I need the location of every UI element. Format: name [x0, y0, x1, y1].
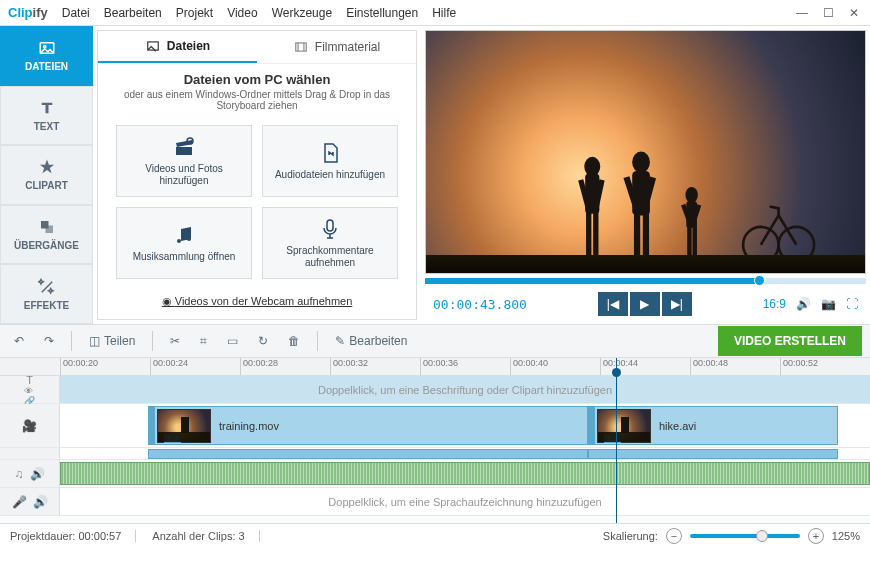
voice-hint: Doppelklick, um eine Sprachaufzeichnung …	[60, 496, 870, 508]
left-sidebar: DATEIEN TEXT CLIPART ÜBERGÄNGE EFFEKTE	[0, 26, 93, 324]
tab-footage[interactable]: Filmmaterial	[257, 31, 416, 63]
speaker-icon[interactable]: 🔊	[33, 495, 48, 509]
zoom-out-button[interactable]: −	[666, 528, 682, 544]
status-bar: Projektdauer: 00:00:57 Anzahl der Clips:…	[0, 523, 870, 547]
preview-pane: 00:00:43.800 |◀ ▶ ▶| 16:9 🔊 📷 ⛶	[421, 26, 870, 324]
svg-rect-7	[327, 220, 333, 231]
mic-icon	[318, 217, 342, 241]
aspect-ratio[interactable]: 16:9	[763, 297, 786, 311]
timecode: 00:00:43.800	[433, 297, 527, 312]
image-icon	[145, 39, 161, 53]
fullscreen-icon[interactable]: ⛶	[846, 297, 858, 311]
panel-title: Dateien vom PC wählen	[108, 72, 406, 87]
cut-button[interactable]: ✂	[164, 330, 186, 352]
panel-subtitle: oder aus einem Windows-Ordner mittels Dr…	[108, 89, 406, 111]
record-voice-button[interactable]: Sprachkommentare aufnehmen	[262, 207, 398, 279]
crop-button[interactable]: ⌗	[194, 330, 213, 352]
sidebar-files[interactable]: DATEIEN	[0, 26, 93, 86]
mic-track-icon: 🎤	[12, 495, 27, 509]
menu-tools[interactable]: Werkzeuge	[272, 6, 332, 20]
sidebar-transitions-label: ÜBERGÄNGE	[14, 240, 79, 251]
delete-button[interactable]: 🗑	[282, 330, 306, 352]
svg-rect-3	[45, 226, 53, 234]
split-button[interactable]: ◫ Teilen	[83, 330, 141, 352]
volume-icon[interactable]: 🔊	[796, 297, 811, 311]
files-panel: Dateien Filmmaterial Dateien vom PC wähl…	[97, 30, 417, 320]
video-track-icon: 🎥	[22, 419, 37, 433]
text-track[interactable]: T👁🔗 Doppelklick, um eine Beschriftung od…	[0, 376, 870, 404]
menu-project[interactable]: Projekt	[176, 6, 213, 20]
copy-button[interactable]: ▭	[221, 330, 244, 352]
sidebar-text-label: TEXT	[34, 121, 60, 132]
create-video-button[interactable]: VIDEO ERSTELLEN	[718, 326, 862, 356]
squares-icon	[38, 218, 56, 236]
svg-rect-22	[687, 226, 691, 257]
image-icon	[38, 39, 56, 57]
svg-rect-10	[586, 211, 591, 255]
playhead[interactable]	[616, 358, 617, 523]
sidebar-transitions[interactable]: ÜBERGÄNGE	[0, 205, 93, 265]
add-audio-button[interactable]: Audiodateien hinzufügen	[262, 125, 398, 197]
menu-file[interactable]: Datei	[62, 6, 90, 20]
add-media-button[interactable]: Videos und Fotos hinzufügen	[116, 125, 252, 197]
webcam-link[interactable]: ◉ Videos von der Webcam aufnehmen	[98, 289, 416, 314]
svg-rect-5	[296, 43, 307, 51]
menu-video[interactable]: Video	[227, 6, 257, 20]
project-duration: 00:00:57	[79, 530, 122, 542]
panel-tabs: Dateien Filmmaterial	[98, 31, 416, 64]
sidebar-clipart-label: CLIPART	[25, 180, 68, 191]
video-clip-1[interactable]: 2,0 training.mov	[148, 406, 588, 445]
time-ruler[interactable]: 00:00:2000:00:2400:00:2800:00:3200:00:36…	[0, 358, 870, 376]
audio-file-icon	[318, 141, 342, 165]
text-icon	[38, 99, 56, 117]
sidebar-clipart[interactable]: CLIPART	[0, 145, 93, 205]
close-button[interactable]: ✕	[846, 6, 862, 20]
video-track[interactable]: 🎥 2,0 training.mov 2,0 hike.avi	[0, 404, 870, 448]
music-track-icon: ♫	[15, 467, 24, 481]
app-brand: Clipify	[8, 5, 48, 20]
next-button[interactable]: ▶|	[662, 292, 692, 316]
tab-files[interactable]: Dateien	[98, 31, 257, 63]
audio-track[interactable]: ♫🔊	[0, 460, 870, 488]
edit-clip-button[interactable]: ✎ Bearbeiten	[329, 330, 413, 352]
sidebar-text[interactable]: TEXT	[0, 86, 93, 146]
video-clip-2[interactable]: 2,0 hike.avi	[588, 406, 838, 445]
panel-header: Dateien vom PC wählen oder aus einem Win…	[98, 64, 416, 115]
menu-settings[interactable]: Einstellungen	[346, 6, 418, 20]
prev-button[interactable]: |◀	[598, 292, 628, 316]
speed-track	[0, 448, 870, 460]
window-controls: — ☐ ✕	[794, 6, 862, 20]
text-track-hint: Doppelklick, um eine Beschriftung oder C…	[60, 384, 870, 396]
rotate-button[interactable]: ↻	[252, 330, 274, 352]
preview-progress[interactable]	[425, 278, 866, 284]
music-icon	[172, 223, 196, 247]
clip-count: 3	[239, 530, 245, 542]
video-preview[interactable]	[425, 30, 866, 274]
zoom-slider[interactable]	[690, 534, 800, 538]
minimize-button[interactable]: —	[794, 6, 810, 20]
timeline-toolbar: ↶ ↷ ◫ Teilen ✂ ⌗ ▭ ↻ 🗑 ✎ Bearbeiten VIDE…	[0, 324, 870, 358]
voice-track[interactable]: 🎤🔊 Doppelklick, um eine Sprachaufzeichnu…	[0, 488, 870, 516]
svg-point-8	[584, 157, 600, 177]
timeline: 00:00:2000:00:2400:00:2800:00:3200:00:36…	[0, 358, 870, 523]
play-button[interactable]: ▶	[630, 292, 660, 316]
clip-name: training.mov	[219, 420, 279, 432]
main-menu: Datei Bearbeiten Projekt Video Werkzeuge…	[62, 6, 456, 20]
clapper-icon	[172, 135, 196, 159]
sidebar-effects-label: EFFEKTE	[24, 300, 70, 311]
maximize-button[interactable]: ☐	[820, 6, 836, 20]
menu-edit[interactable]: Bearbeiten	[104, 6, 162, 20]
speaker-icon[interactable]: 🔊	[30, 467, 45, 481]
zoom-value: 125%	[832, 530, 860, 542]
svg-rect-23	[693, 226, 697, 257]
titlebar: Clipify Datei Bearbeiten Projekt Video W…	[0, 0, 870, 26]
snapshot-icon[interactable]: 📷	[821, 297, 836, 311]
menu-help[interactable]: Hilfe	[432, 6, 456, 20]
sidebar-effects[interactable]: EFFEKTE	[0, 264, 93, 324]
redo-button[interactable]: ↷	[38, 330, 60, 352]
svg-point-20	[685, 187, 697, 203]
undo-button[interactable]: ↶	[8, 330, 30, 352]
music-library-button[interactable]: Musiksammlung öffnen	[116, 207, 252, 279]
zoom-in-button[interactable]: +	[808, 528, 824, 544]
svg-point-14	[632, 151, 650, 172]
